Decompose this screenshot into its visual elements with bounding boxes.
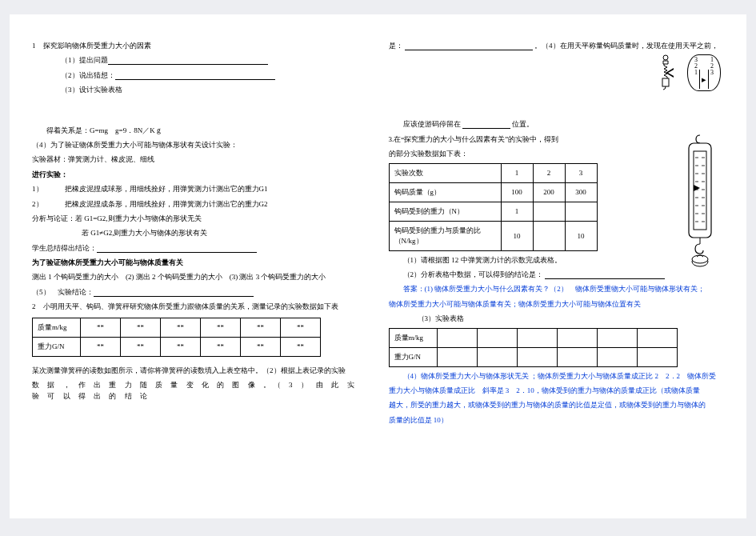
- sub-4: （4）为了验证物体所受重力大小可能与物体形状有关设计实验：: [32, 139, 368, 150]
- row-gravity: 重力G/N: [389, 347, 437, 366]
- cell: [477, 328, 517, 347]
- row-mass: 质量m/kg: [389, 328, 437, 347]
- h-ratio: 钩码受到的重力与质量的比（N/kg）: [389, 221, 501, 250]
- cell: **: [161, 318, 201, 337]
- row-header-mass: 质量m/kg: [33, 318, 81, 337]
- cell: 10: [565, 221, 597, 250]
- blank: [108, 57, 268, 65]
- right-column: 是： 。（4）在用天平称量钩码质量时，发现在使用天平之前， 3 2 1 ▸: [389, 37, 725, 510]
- measure-steps: 测出 1 个钩码受重力的大小 (2) 测出 2 个钩码受重力的大小 (3) 测出…: [32, 271, 368, 282]
- step-2: 2） 把橡皮泥捏成条形，用细线拴好，用弹簧测力计测出它的重力G2: [32, 198, 368, 210]
- answer-1b: 物体所受重力大小可能与物体质量有关；物体所受重力大小可能与物体位置有关: [389, 298, 725, 310]
- cell: [477, 347, 517, 366]
- blank-data-table: 质量m/kg 重力G/N: [389, 328, 678, 367]
- cell: [533, 202, 565, 221]
- cell: 3: [565, 163, 597, 182]
- answer-2b: 重力大小与物体质量成正比 斜率是 3 2．10，物体受到的重力与物体的质量成正比…: [389, 385, 725, 396]
- svg-point-0: [663, 55, 668, 60]
- scale-left: 3 2 1: [694, 57, 698, 76]
- cell: 300: [565, 182, 597, 202]
- blank: [115, 72, 275, 80]
- cell: 1: [501, 163, 533, 182]
- cell: **: [201, 337, 241, 356]
- para-2: 数 据 ， 作 出 重 力 随 质 量 变 化 的 图 像 。（ 3 ） 由 此…: [32, 379, 368, 402]
- mass-gravity-table: 质量m/kg ** ** ** ** ** ** 重力G/N ** ** ** …: [32, 318, 321, 357]
- analysis-neq: 若 G1≠G2,则重力大小与物体的形状有关: [32, 227, 368, 238]
- mass-hypothesis: 为了验证物体所受重力大小可能与物体质量有关: [32, 257, 368, 268]
- cell: **: [121, 337, 161, 356]
- cell: **: [81, 318, 121, 337]
- analysis-eq: 分析与论证：若 G1=G2,则重力大小与物体的形状无关: [32, 213, 368, 224]
- cell: [597, 347, 637, 366]
- student-conclusion: 学生总结得出结论：: [32, 244, 97, 252]
- left-column: 1 探究影响物体所受重力大小的因素 （1）提出问题 （2）说出猜想： （3）设计…: [32, 37, 368, 510]
- blank: [405, 42, 533, 50]
- q2-text: 2 小明用天平、钩码、弹簧秤研究物体所受重力跟物体质量的关系，测量记录的实验数据…: [32, 301, 368, 312]
- slider-pos2: 位置。: [512, 120, 534, 128]
- cell: 100: [501, 182, 533, 202]
- cell: [557, 328, 597, 347]
- answer-2a: （4）物体所受重力大小与物体形状无关 ；物体所受重力大小与物体质量成正比 2 2…: [389, 370, 725, 382]
- cell: [565, 202, 597, 221]
- h-gravity: 钩码受到的重力（N）: [389, 202, 501, 221]
- pointer-icon: ▸: [702, 75, 706, 84]
- cell: [437, 328, 477, 347]
- cell: **: [161, 337, 201, 356]
- blank: [97, 245, 257, 253]
- h-trial: 实验次数: [389, 163, 501, 182]
- slider-pos: 应该使游码停留在: [403, 120, 461, 128]
- cell: 1: [501, 202, 533, 221]
- a1: （1）请根据图 12 中弹簧测力计的示数完成表格。: [389, 254, 725, 266]
- cell: **: [201, 318, 241, 337]
- q3b-text: 的部分实验数据如下表：: [389, 148, 725, 159]
- step-1: 1） 把橡皮泥捏成球形，用细线拴好，用弹簧测力计测出它的重力G1: [32, 183, 368, 194]
- row-header-gravity: 重力G/N: [33, 337, 81, 356]
- procedure-label: 进行实验：: [32, 169, 368, 180]
- cell: **: [281, 337, 321, 356]
- cell: **: [241, 337, 281, 356]
- cell: **: [121, 318, 161, 337]
- pointer-box: ▸: [699, 70, 709, 89]
- svg-point-25: [692, 255, 708, 263]
- relation: 得着关系是：G=mg g=9．8N／Kｇ: [32, 125, 368, 136]
- top-cont: 。（4）在用天平称量钩码质量时，发现在使用天平之前，: [534, 42, 718, 50]
- sub-5: （5） 实验结论：: [32, 288, 94, 296]
- q3-text: 3.在“探究重力的大小与什么因素有关”的实验中，得到: [389, 134, 725, 145]
- cell: 10: [501, 221, 533, 250]
- a3: （3）实验表格: [389, 313, 725, 324]
- cell: [533, 221, 565, 250]
- para-1: 某次测量弹簧秤的读数如图所示，请你将弹簧秤的读数填入上表空格中。（2）根据上表记…: [32, 365, 368, 376]
- cell: **: [281, 318, 321, 337]
- experiment-data-table: 实验次数 1 2 3 钩码质量（g） 100 200 300 钩码受到的重力（N…: [389, 163, 598, 251]
- cell: **: [81, 337, 121, 356]
- cell: [517, 347, 557, 366]
- cell: [637, 347, 677, 366]
- cell: [517, 328, 557, 347]
- h-mass: 钩码质量（g）: [389, 182, 501, 202]
- svg-rect-1: [662, 78, 669, 86]
- balance-figure: 3 2 1 ▸ 1 2 3: [660, 54, 721, 93]
- cell: 200: [533, 182, 565, 202]
- balance-scale-callout: 3 2 1 ▸ 1 2 3: [687, 54, 721, 91]
- a2: （2）分析表格中数据，可以得到的结论是：: [403, 270, 544, 278]
- blank: [94, 289, 254, 297]
- cell: 2: [533, 163, 565, 182]
- answer-2c: 越大，所受的重力越大，或物体受到的重力与物体的质量的比值是定值，或物体受到的重力…: [389, 399, 725, 410]
- sub-2: （2）说出猜想：: [61, 71, 115, 79]
- sub-1: （1）提出问题: [61, 56, 108, 64]
- cell: [637, 328, 677, 347]
- cell: [557, 347, 597, 366]
- scale-right: 1 2 3: [710, 57, 714, 76]
- svg-rect-3: [694, 151, 706, 230]
- is-label: 是：: [389, 42, 403, 50]
- materials: 实验器材：弹簧测力计、橡皮泥、细线: [32, 154, 368, 165]
- answer-2d: 质量的比值是 10）: [389, 414, 725, 426]
- cell: [437, 347, 477, 366]
- cell: **: [241, 318, 281, 337]
- blank: [545, 271, 665, 279]
- answer-1: 答案：(1) 物体所受重力大小与什么因素有关？（2） 物体所受重物大小可能与物体…: [389, 283, 725, 294]
- cell: [597, 328, 637, 347]
- worksheet-page: 1 探究影响物体所受重力大小的因素 （1）提出问题 （2）说出猜想： （3）设计…: [10, 14, 746, 518]
- spring-scale-figure: [678, 134, 724, 271]
- blank: [462, 121, 510, 129]
